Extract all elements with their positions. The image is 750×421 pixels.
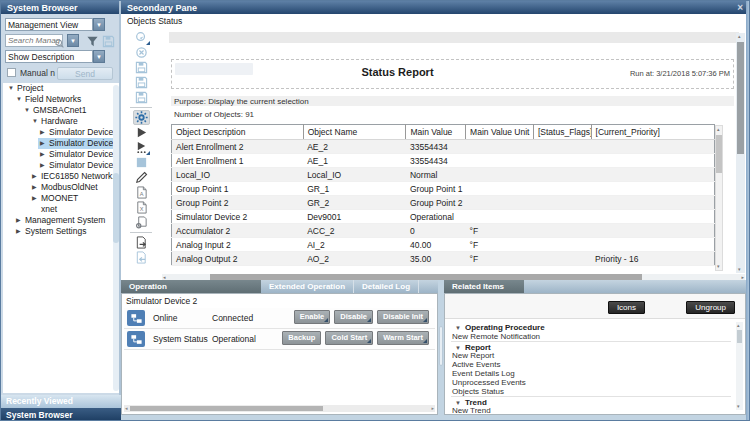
related-item-unprocessed-events[interactable]: Unprocessed Events bbox=[451, 378, 731, 387]
cold-start-button[interactable]: Cold Start bbox=[325, 331, 373, 345]
scroll-down-icon[interactable]: ▾ bbox=[717, 264, 720, 269]
related-item-active-events[interactable]: Active Events bbox=[451, 360, 731, 369]
related-item-objects-status[interactable]: Objects Status bbox=[451, 387, 731, 396]
tree-item-moonet[interactable]: ▶MOONET bbox=[3, 193, 119, 204]
operation-hscrollbar-thumb[interactable] bbox=[130, 406, 323, 411]
tree-item-simulator-device-50[interactable]: ▶Simulator Device 50 bbox=[3, 149, 119, 160]
management-view-dropdown-arrow-icon[interactable]: ▼ bbox=[93, 18, 105, 31]
management-view-dropdown[interactable]: Management View bbox=[5, 18, 93, 31]
save-all-icon[interactable] bbox=[133, 90, 150, 105]
tree-expander-icon[interactable]: ▼ bbox=[16, 94, 25, 105]
table-vertical-scrollbar[interactable]: ▴ ▾ bbox=[715, 125, 723, 271]
scroll-up-icon[interactable]: ▴ bbox=[738, 34, 741, 39]
filter-funnel-icon[interactable] bbox=[86, 34, 99, 47]
tree-item-system-settings[interactable]: ▶System Settings bbox=[3, 226, 119, 237]
report-row-group-point-1[interactable]: Group Point 1GR_1Group Point 1 bbox=[172, 182, 715, 196]
report-row-group-point-2[interactable]: Group Point 2GR_2Group Point 2 bbox=[172, 196, 715, 210]
disable-init-button[interactable]: Disable Init bbox=[377, 310, 429, 324]
cancel-icon[interactable] bbox=[133, 45, 150, 60]
save-as-icon[interactable] bbox=[133, 75, 150, 90]
related-items-scrollbar[interactable]: ▴ ▾ bbox=[736, 322, 743, 410]
close-icon[interactable]: × bbox=[737, 1, 743, 14]
report-row-simulator-device-2[interactable]: Simulator Device 2Dev9001Operational bbox=[172, 210, 715, 224]
related-item-new-remote-notification[interactable]: New Remote Notification bbox=[451, 332, 731, 341]
icons-button[interactable]: Icons bbox=[608, 301, 645, 314]
save-filter-icon[interactable] bbox=[102, 34, 115, 47]
export-pdf-icon[interactable]: A bbox=[133, 185, 150, 200]
send-button[interactable]: Send bbox=[57, 67, 113, 80]
tree-item-simulator-device-2[interactable]: ▶Simulator Device 2 bbox=[3, 138, 119, 149]
system-browser-bottom-bar[interactable]: System Browser bbox=[1, 408, 121, 421]
related-item-event-details-log[interactable]: Event Details Log bbox=[451, 369, 731, 378]
recently-viewed-bar[interactable]: Recently Viewed bbox=[1, 395, 121, 408]
stop-icon[interactable] bbox=[133, 155, 150, 170]
report-scrollbar-thumb[interactable] bbox=[737, 42, 744, 154]
scroll-left-icon[interactable]: ◂ bbox=[125, 405, 128, 412]
tree-expander-icon[interactable]: ▶ bbox=[40, 138, 49, 149]
show-description-dropdown[interactable]: Show Description bbox=[5, 50, 93, 63]
tree-scrollbar[interactable] bbox=[113, 85, 119, 391]
tree-item-project[interactable]: ▼Project bbox=[3, 83, 119, 94]
export-icon[interactable] bbox=[133, 235, 150, 250]
report-vertical-scrollbar[interactable]: ▴ ▾ bbox=[736, 33, 745, 273]
operation-horizontal-scrollbar[interactable]: ◂ ▸ bbox=[124, 405, 435, 412]
save-icon[interactable] bbox=[133, 60, 150, 75]
related-item-new-report[interactable]: New Report bbox=[451, 351, 731, 360]
report-row-alert-enrollment-1[interactable]: Alert Enrollment 1AE_133554434 bbox=[172, 154, 715, 168]
tab-extended-operation[interactable]: Extended Operation bbox=[261, 280, 354, 293]
related-items-circle-icon[interactable] bbox=[133, 30, 150, 45]
tree-expander-icon[interactable]: ▶ bbox=[16, 215, 25, 226]
scroll-up-icon[interactable]: ▴ bbox=[737, 323, 740, 328]
tree-expander-icon[interactable]: ▼ bbox=[8, 83, 17, 94]
report-row-local-io[interactable]: Local_IOLocal_IONormal bbox=[172, 168, 715, 182]
table-scrollbar-thumb[interactable] bbox=[716, 135, 722, 173]
secondary-pane-titlebar[interactable]: Secondary Pane × bbox=[121, 1, 750, 14]
tree-expander-icon[interactable]: ▶ bbox=[40, 127, 49, 138]
tab-related-items[interactable]: Related Items bbox=[444, 280, 524, 293]
tree-item-gmsbacnet1[interactable]: ▼GMSBACnet1 bbox=[3, 105, 119, 116]
tab-detailed-log[interactable]: Detailed Log bbox=[354, 280, 419, 293]
tree-item-management-system[interactable]: ▶Management System bbox=[3, 215, 119, 226]
tree-item-simulator-device-100[interactable]: ▶Simulator Device 100 bbox=[3, 160, 119, 171]
tree-item-field-networks[interactable]: ▼Field Networks bbox=[3, 94, 119, 105]
related-group-trend[interactable]: ▼Trend bbox=[451, 396, 731, 406]
tree-expander-icon[interactable]: ▶ bbox=[32, 171, 41, 182]
tree-expander-icon[interactable]: ▶ bbox=[32, 193, 41, 204]
related-group-operating-procedure[interactable]: ▼Operating Procedure bbox=[451, 322, 731, 332]
scroll-down-icon[interactable]: ▾ bbox=[737, 404, 740, 409]
system-browser-titlebar[interactable]: System Browser bbox=[1, 1, 119, 14]
tree-expander-icon[interactable]: ▶ bbox=[16, 226, 25, 237]
related-item-new-trend[interactable]: New Trend bbox=[451, 406, 731, 415]
tree-expander-icon[interactable]: ▶ bbox=[40, 149, 49, 160]
warm-start-button[interactable]: Warm Start bbox=[377, 331, 429, 345]
tree-item-iec61850-network1[interactable]: ▶IEC61850 Network1 bbox=[3, 171, 119, 182]
edit-icon[interactable] bbox=[133, 170, 150, 185]
related-group-report[interactable]: ▼Report bbox=[451, 341, 731, 351]
run-options-icon[interactable] bbox=[133, 140, 150, 155]
export-excel-icon[interactable]: X bbox=[133, 200, 150, 215]
ungroup-button[interactable]: Ungroup bbox=[686, 301, 735, 314]
page-setup-icon[interactable] bbox=[133, 215, 150, 230]
report-row-accumulator-2[interactable]: Accumulator 2ACC_20°F bbox=[172, 224, 715, 238]
search-dropdown-arrow-icon[interactable]: ▼ bbox=[67, 34, 79, 47]
report-row-analog-input-2[interactable]: Analog Input 2AI_240.00°F bbox=[172, 238, 715, 252]
scroll-down-icon[interactable]: ▾ bbox=[738, 267, 741, 272]
tree-item-modbusoldnet[interactable]: ▶ModbusOldNet bbox=[3, 182, 119, 193]
import-icon[interactable] bbox=[133, 250, 150, 265]
manual-checkbox[interactable] bbox=[7, 68, 16, 77]
backup-button[interactable]: Backup bbox=[282, 331, 321, 345]
scroll-up-icon[interactable]: ▴ bbox=[717, 127, 720, 132]
tree-expander-icon[interactable]: ▼ bbox=[32, 116, 41, 127]
tree-item-simulator-device-1[interactable]: ▶Simulator Device 1 bbox=[3, 127, 119, 138]
tree-expander-icon[interactable]: ▶ bbox=[40, 160, 49, 171]
report-row-alert-enrollment-2[interactable]: Alert Enrollment 2AE_233554434 bbox=[172, 140, 715, 154]
tree-expander-icon[interactable]: ▼ bbox=[24, 105, 33, 116]
disable-button[interactable]: Disable bbox=[334, 310, 373, 324]
related-items-scrollbar-thumb[interactable] bbox=[737, 330, 742, 343]
tree-item-hardware[interactable]: ▼Hardware bbox=[3, 116, 119, 127]
tree-scrollbar-thumb[interactable] bbox=[113, 173, 119, 243]
report-row-analog-output-2[interactable]: Analog Output 2AO_235.00°FPriority - 16 bbox=[172, 252, 715, 266]
show-description-dropdown-arrow-icon[interactable]: ▼ bbox=[93, 50, 105, 63]
objects-status-tab[interactable]: Objects Status bbox=[127, 16, 182, 26]
tree-item-xnet[interactable]: xnet bbox=[3, 204, 119, 215]
